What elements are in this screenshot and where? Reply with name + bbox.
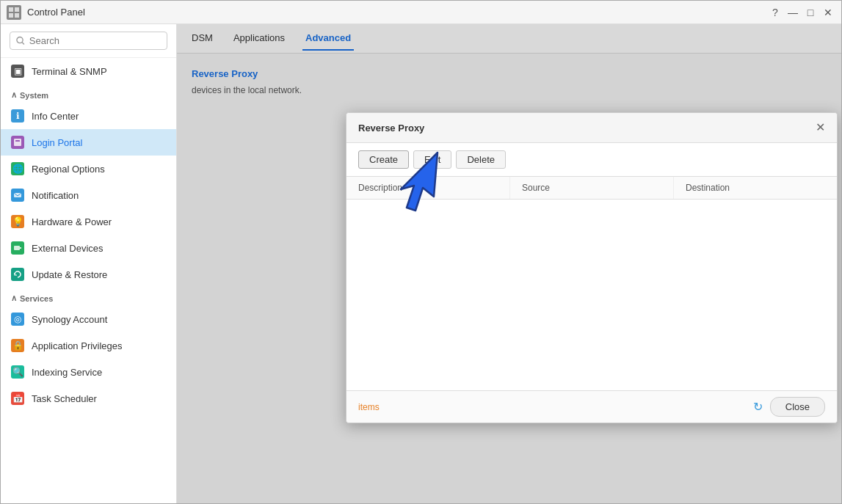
terminal-label: Terminal & SNMP (32, 66, 107, 77)
svg-line-5 (22, 43, 24, 45)
section-collapse-icon: ∧ (11, 90, 17, 100)
content-area: DSM Applications Advanced Reverse Proxy … (177, 24, 841, 503)
svg-rect-10 (20, 247, 21, 249)
synology-account-label: Synology Account (32, 314, 107, 325)
sidebar-item-regional-options[interactable]: 🌐 Regional Options (1, 156, 176, 182)
sidebar-item-hardware-power[interactable]: 💡 Hardware & Power (1, 208, 176, 235)
sidebar-search-area (1, 24, 176, 58)
notification-label: Notification (32, 190, 79, 201)
create-button[interactable]: Create (358, 150, 409, 169)
update-restore-label: Update & Restore (32, 269, 107, 280)
col-description: Description (346, 177, 510, 199)
sidebar-item-terminal[interactable]: ▣ Terminal & SNMP (1, 58, 176, 84)
search-input[interactable] (29, 35, 161, 46)
svg-rect-2 (9, 13, 13, 18)
synology-icon: ◎ (11, 313, 24, 326)
hardware-power-label: Hardware & Power (32, 216, 112, 227)
login-icon (11, 136, 24, 149)
update-icon (11, 268, 24, 281)
table-body-empty (346, 200, 837, 390)
modal-close-button[interactable]: ✕ (816, 122, 825, 134)
indexing-icon: 🔍 (11, 365, 24, 379)
login-portal-label: Login Portal (32, 137, 82, 148)
external-devices-label: External Devices (32, 243, 104, 254)
modal-footer: items ↻ Close (346, 390, 837, 423)
app-icon (7, 5, 21, 20)
regional-icon: 🌐 (11, 162, 24, 175)
close-button[interactable]: Close (770, 397, 825, 417)
items-label: items (358, 402, 380, 412)
regional-options-label: Regional Options (32, 164, 105, 175)
sidebar-item-external-devices[interactable]: External Devices (1, 235, 176, 261)
app-privileges-label: Application Privileges (32, 340, 123, 351)
reverse-proxy-modal: Reverse Proxy ✕ Create Edit Delete Descr… (346, 112, 838, 423)
terminal-icon: ▣ (11, 65, 24, 78)
notification-icon (11, 189, 24, 202)
services-collapse-icon: ∧ (11, 293, 17, 303)
sidebar-item-synology-account[interactable]: ◎ Synology Account (1, 306, 176, 332)
delete-button[interactable]: Delete (456, 150, 506, 169)
window-controls: ? — □ ✕ (768, 5, 835, 20)
system-section-label: System (20, 91, 48, 100)
svg-rect-9 (14, 246, 20, 250)
tasksch-icon: 📅 (11, 392, 24, 405)
sidebar: ▣ Terminal & SNMP ∧ System ℹ Info Center (1, 24, 177, 503)
modal-toolbar: Create Edit Delete (346, 143, 837, 177)
window-title: Control Panel (27, 7, 762, 18)
svg-point-4 (17, 37, 23, 43)
modal-title: Reverse Proxy (358, 123, 424, 134)
sidebar-item-task-scheduler[interactable]: 📅 Task Scheduler (1, 385, 176, 412)
svg-rect-7 (15, 140, 20, 142)
hardware-icon: 💡 (11, 215, 24, 228)
search-icon (16, 36, 25, 45)
sidebar-item-update-restore[interactable]: Update & Restore (1, 261, 176, 288)
sidebar-item-info-center[interactable]: ℹ Info Center (1, 103, 176, 129)
main-layout: ▣ Terminal & SNMP ∧ System ℹ Info Center (1, 24, 841, 503)
titlebar: Control Panel ? — □ ✕ (1, 1, 841, 24)
sidebar-item-app-privileges[interactable]: 🔒 Application Privileges (1, 332, 176, 359)
sidebar-item-notification[interactable]: Notification (1, 182, 176, 208)
indexing-service-label: Indexing Service (32, 367, 102, 378)
modal-table-wrapper: Description Source Destination (346, 177, 837, 390)
modal-header: Reverse Proxy ✕ (346, 113, 837, 143)
info-center-label: Info Center (32, 111, 79, 122)
minimize-button[interactable]: — (785, 5, 800, 20)
svg-rect-6 (14, 139, 21, 146)
svg-rect-1 (15, 7, 19, 12)
svg-rect-3 (15, 13, 19, 18)
table-header: Description Source Destination (346, 177, 837, 200)
task-scheduler-label: Task Scheduler (32, 393, 97, 404)
col-destination: Destination (674, 177, 837, 199)
services-section-label: Services (20, 294, 53, 303)
apppriv-icon: 🔒 (11, 339, 24, 352)
help-button[interactable]: ? (768, 5, 783, 20)
search-box[interactable] (10, 32, 167, 50)
edit-button[interactable]: Edit (413, 150, 451, 169)
refresh-icon[interactable]: ↻ (753, 400, 763, 414)
maximize-button[interactable]: □ (803, 5, 818, 20)
sidebar-section-services[interactable]: ∧ Services (1, 288, 176, 306)
sidebar-item-login-portal[interactable]: Login Portal (1, 129, 176, 156)
info-icon: ℹ (11, 109, 24, 123)
sidebar-item-indexing-service[interactable]: 🔍 Indexing Service (1, 359, 176, 385)
col-source: Source (510, 177, 674, 199)
sidebar-section-system[interactable]: ∧ System (1, 84, 176, 103)
external-icon (11, 241, 24, 255)
window-close-button[interactable]: ✕ (821, 5, 835, 20)
svg-rect-0 (9, 7, 13, 12)
main-window: Control Panel ? — □ ✕ ▣ (0, 0, 842, 504)
